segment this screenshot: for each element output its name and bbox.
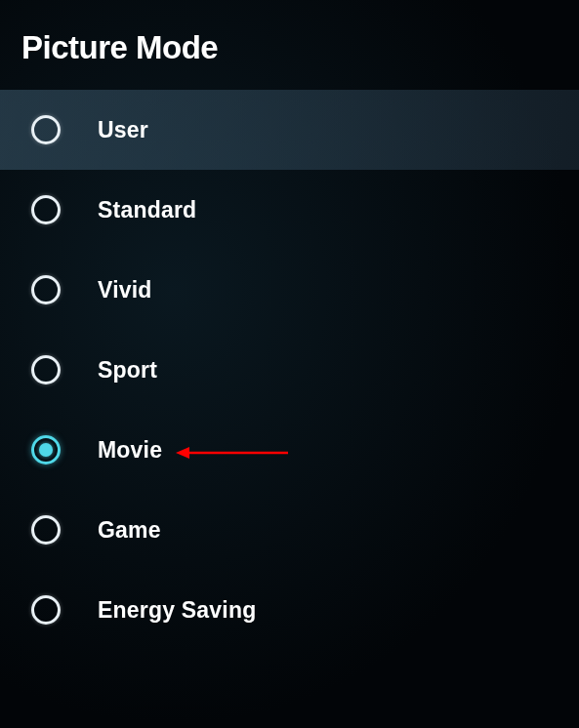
menu-item-label: User bbox=[98, 117, 148, 143]
menu-item-movie[interactable]: Movie bbox=[0, 410, 579, 490]
radio-unchecked-icon bbox=[31, 355, 61, 384]
menu-item-label: Standard bbox=[98, 197, 196, 223]
radio-checked-icon bbox=[31, 435, 61, 465]
menu-item-label: Vivid bbox=[98, 277, 152, 303]
menu-item-standard[interactable]: Standard bbox=[0, 170, 579, 250]
radio-unchecked-icon bbox=[31, 515, 61, 545]
picture-mode-list: User Standard Vivid Sport Movie Game Ene… bbox=[0, 90, 579, 650]
menu-item-label: Movie bbox=[98, 437, 162, 464]
menu-item-sport[interactable]: Sport bbox=[0, 330, 579, 410]
page-title: Picture Mode bbox=[21, 29, 579, 66]
radio-unchecked-icon bbox=[31, 275, 61, 304]
menu-item-label: Sport bbox=[98, 357, 157, 384]
menu-item-vivid[interactable]: Vivid bbox=[0, 250, 579, 330]
radio-unchecked-icon bbox=[31, 595, 61, 625]
menu-item-label: Game bbox=[98, 517, 161, 544]
radio-inner-dot bbox=[39, 443, 53, 457]
menu-header: Picture Mode bbox=[0, 0, 579, 90]
menu-item-energy-saving[interactable]: Energy Saving bbox=[0, 570, 579, 650]
menu-item-game[interactable]: Game bbox=[0, 490, 579, 570]
radio-unchecked-icon bbox=[31, 195, 61, 224]
menu-item-label: Energy Saving bbox=[98, 597, 256, 624]
radio-unchecked-icon bbox=[31, 115, 61, 144]
menu-item-user[interactable]: User bbox=[0, 90, 579, 170]
